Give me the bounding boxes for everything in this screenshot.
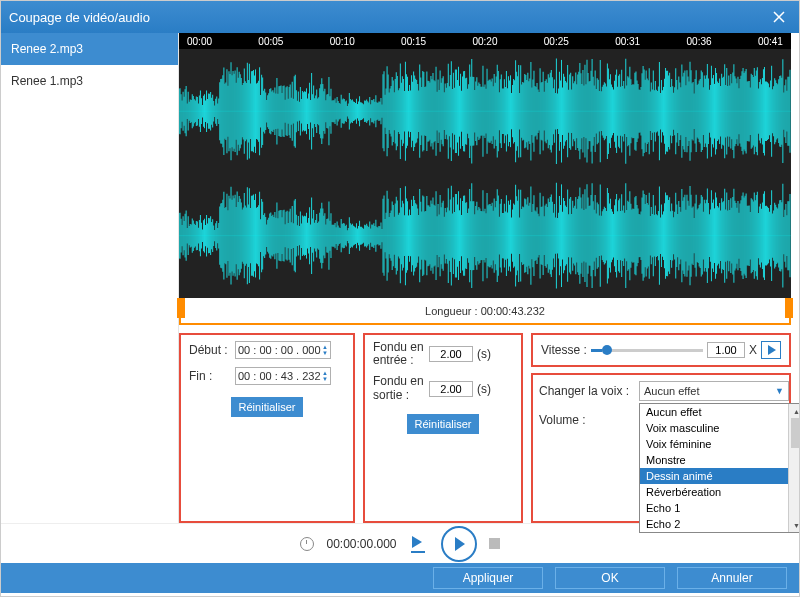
chevron-down-icon: ▼ (775, 386, 784, 396)
timeline-tick: 00:15 (401, 36, 426, 47)
start-time-input[interactable]: 00 : 00 : 00 . 000 ▲▼ (235, 341, 331, 359)
voice-option[interactable]: Dessin animé (640, 468, 800, 484)
footer-bar: Appliquer OK Annuler (1, 563, 799, 593)
selection-length-label: Longueur : 00:00:43.232 (425, 305, 545, 317)
reset-fade-button[interactable]: Réinitialiser (407, 414, 480, 434)
voice-option[interactable]: Monstre (640, 452, 800, 468)
start-time-value: 00 : 00 : 00 . 000 (238, 344, 321, 356)
voice-selected-value: Aucun effet (644, 385, 699, 397)
speed-slider[interactable] (591, 349, 703, 352)
speed-input[interactable] (707, 342, 745, 358)
timeline-tick: 00:36 (687, 36, 712, 47)
voice-option[interactable]: Réverbéreation (640, 484, 800, 500)
fade-in-label: Fondu en entrée : (373, 341, 425, 367)
fade-out-label: Fondu en sortie : (373, 375, 425, 401)
file-item-label: Renee 1.mp3 (11, 74, 83, 88)
slider-knob[interactable] (602, 345, 612, 355)
end-time-value: 00 : 00 : 43 . 232 (238, 370, 321, 382)
fade-group: Fondu en entrée : (s) Fondu en sortie : … (363, 333, 523, 523)
play-icon (455, 537, 465, 551)
speed-group: Vitesse : X (531, 333, 791, 367)
voice-option[interactable]: Echo 1 (640, 500, 800, 516)
spinner-icon[interactable]: ▲▼ (322, 370, 328, 382)
fade-in-input[interactable] (429, 346, 473, 362)
seconds-suffix: (s) (477, 347, 491, 361)
voice-volume-group: Changer la voix : Aucun effet ▼ Volume :… (531, 373, 791, 523)
playback-timecode: 00:00:00.000 (326, 537, 396, 551)
stop-button[interactable] (489, 538, 500, 549)
speed-preview-button[interactable] (761, 341, 781, 359)
fade-out-input[interactable] (429, 381, 473, 397)
voice-option[interactable]: Aucun effet (640, 404, 800, 420)
voice-option[interactable]: Echo 2 (640, 516, 800, 532)
voice-dropdown[interactable]: Aucun effet Voix masculine Voix féminine… (639, 403, 800, 533)
scrollbar[interactable]: ▲▼ (788, 404, 800, 532)
voice-label: Changer la voix : (539, 384, 633, 398)
file-list: Renee 2.mp3 Renee 1.mp3 (1, 33, 179, 523)
timeline-tick: 00:41 (758, 36, 783, 47)
voice-option[interactable]: Voix masculine (640, 420, 800, 436)
selection-handle-right[interactable] (785, 298, 793, 318)
spinner-icon[interactable]: ▲▼ (322, 344, 328, 356)
timeline-tick: 00:00 (187, 36, 212, 47)
timeline-tick: 00:20 (472, 36, 497, 47)
timeline-tick: 00:31 (615, 36, 640, 47)
cancel-button[interactable]: Annuler (677, 567, 787, 589)
waveform-display[interactable] (179, 49, 791, 298)
time-range-group: Début : 00 : 00 : 00 . 000 ▲▼ Fin : 00 :… (179, 333, 355, 523)
timeline-ruler: 00:00 00:05 00:10 00:15 00:20 00:25 00:3… (179, 33, 791, 49)
selection-handle-left[interactable] (177, 298, 185, 318)
start-label: Début : (189, 343, 231, 357)
clock-icon (300, 537, 314, 551)
window-title: Coupage de vidéo/audio (9, 10, 767, 25)
reset-time-button[interactable]: Réinitialiser (231, 397, 304, 417)
apply-button[interactable]: Appliquer (433, 567, 543, 589)
voice-option[interactable]: Voix féminine (640, 436, 800, 452)
selection-range[interactable]: Longueur : 00:00:43.232 (179, 300, 791, 325)
speed-label: Vitesse : (541, 343, 587, 357)
voice-select[interactable]: Aucun effet ▼ (639, 381, 789, 401)
title-bar: Coupage de vidéo/audio (1, 1, 799, 33)
volume-label: Volume : (539, 413, 633, 427)
file-item[interactable]: Renee 2.mp3 (1, 33, 178, 65)
end-time-input[interactable]: 00 : 00 : 43 . 232 ▲▼ (235, 367, 331, 385)
timeline-tick: 00:10 (330, 36, 355, 47)
goto-start-button[interactable] (409, 535, 429, 553)
timeline-tick: 00:25 (544, 36, 569, 47)
file-item-label: Renee 2.mp3 (11, 42, 83, 56)
timeline-tick: 00:05 (258, 36, 283, 47)
file-item[interactable]: Renee 1.mp3 (1, 65, 178, 97)
close-icon[interactable] (767, 5, 791, 29)
ok-button[interactable]: OK (555, 567, 665, 589)
speed-suffix: X (749, 343, 757, 357)
end-label: Fin : (189, 369, 231, 383)
seconds-suffix: (s) (477, 382, 491, 396)
play-button[interactable] (441, 526, 477, 562)
